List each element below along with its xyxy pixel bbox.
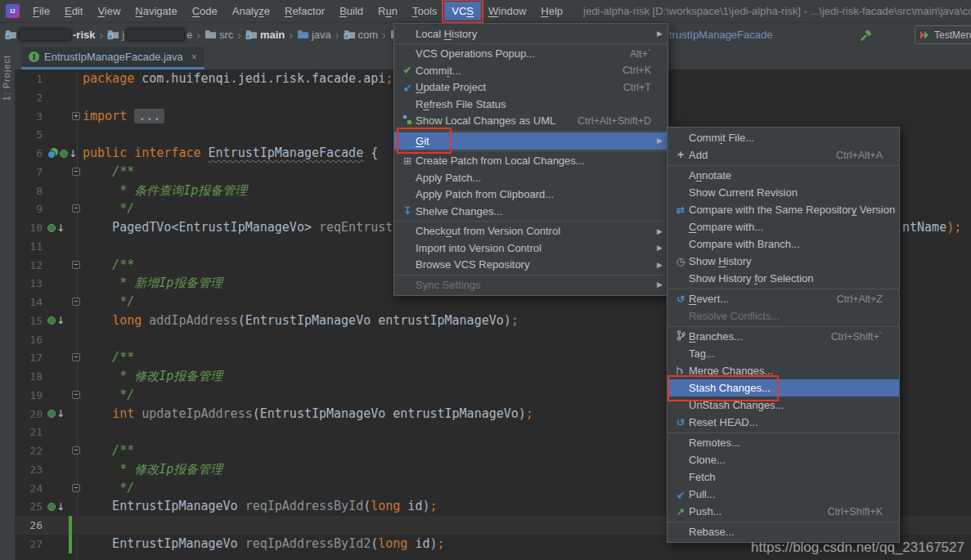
- menubar-item-file[interactable]: File: [25, 2, 57, 20]
- menu-item-pull[interactable]: ↙Pull...: [668, 486, 899, 503]
- menubar-item-help[interactable]: Help: [533, 2, 570, 20]
- override-marker-icon[interactable]: ↓: [47, 311, 65, 330]
- fold-marker-top[interactable]: −: [72, 168, 80, 176]
- menu-item-revert[interactable]: ↺Revert...Ctrl+Alt+Z: [668, 290, 899, 307]
- plus-icon: +: [672, 150, 689, 160]
- breadcrumb-item-java[interactable]: java: [297, 29, 331, 42]
- submenu-arrow-icon: ▶: [654, 280, 663, 289]
- menu-item-refresh-file-status[interactable]: Refresh File Status: [394, 96, 668, 113]
- menu-item-label: Revert...: [689, 293, 729, 305]
- menu-separator: [394, 43, 668, 44]
- tab-close-icon[interactable]: ×: [191, 52, 197, 63]
- menubar-item-refactor[interactable]: Refactor: [277, 2, 332, 20]
- chevron-right-icon: ›: [237, 29, 241, 42]
- menu-item-branches[interactable]: Branches...Ctrl+Shift+`: [668, 328, 899, 345]
- fold-marker-bot[interactable]: −: [72, 204, 80, 213]
- menu-item-compare-with-branch[interactable]: Compare with Branch...: [668, 235, 899, 253]
- breadcrumb-item-com[interactable]: com: [344, 29, 379, 42]
- menubar-item-analyze[interactable]: Analyze: [225, 2, 277, 20]
- menu-item-shelve-changes[interactable]: ↧Shelve Changes...: [394, 203, 668, 220]
- menu-item-remotes[interactable]: Remotes...: [668, 434, 899, 451]
- menu-item-push[interactable]: ↗Push...Ctrl+Shift+K: [668, 503, 899, 520]
- implemented-arrow-icon: ↓: [47, 224, 65, 232]
- line-number: 19: [15, 386, 43, 405]
- menu-item-reset-head[interactable]: ↺Reset HEAD...: [668, 414, 899, 431]
- breadcrumb-item-e[interactable]: je: [107, 29, 192, 42]
- menu-item-vcs-operations-popup[interactable]: VCS Operations Popup...Alt+`: [394, 46, 668, 63]
- menu-item-label: Merge Changes...: [689, 365, 773, 377]
- override-marker-icon[interactable]: ↓: [47, 218, 65, 237]
- override-marker-icon[interactable]: ↓: [47, 405, 65, 423]
- breadcrumb-item-src[interactable]: src: [205, 29, 233, 42]
- fold-marker-bot[interactable]: −: [72, 484, 80, 492]
- code-text: EntrustIpManageVo reqIpAddressById(long …: [83, 497, 438, 516]
- run-configuration-selector[interactable]: TestMerchan: [915, 25, 971, 44]
- menu-item-browse-vcs-repository[interactable]: Browse VCS Repository▶: [394, 257, 668, 274]
- breadcrumb-class-reference[interactable]: trustIpManageFacade: [669, 23, 772, 47]
- fold-marker-plus[interactable]: +: [72, 112, 80, 120]
- class-implemented-icon: [47, 148, 58, 159]
- build-hammer-icon[interactable]: [860, 29, 873, 45]
- vcs-dropdown-menu: Local History▶VCS Operations Popup...Alt…: [393, 23, 668, 296]
- submenu-arrow-icon: ▶: [654, 29, 663, 38]
- menu-item-commit[interactable]: ✔Commit...Ctrl+K: [394, 62, 668, 79]
- menu-item-update-project[interactable]: ↙Update ProjectCtrl+T: [394, 79, 668, 96]
- code-text: * 新增Ip报备管理: [83, 274, 223, 293]
- fold-marker-top[interactable]: −: [72, 261, 80, 269]
- breadcrumb: -risk›je›src›main›java›com›: [5, 23, 402, 47]
- override-marker-icon[interactable]: ↓: [47, 497, 65, 516]
- menu-item-import-into-version-control[interactable]: Import into Version Control▶: [394, 240, 668, 257]
- menubar-item-build[interactable]: Build: [332, 2, 371, 20]
- fold-marker-bot[interactable]: −: [72, 391, 80, 399]
- menubar-item-vcs[interactable]: VCS: [444, 2, 481, 20]
- menu-item-tag[interactable]: Tag...: [668, 345, 899, 362]
- menu-item-git[interactable]: Git▶: [394, 132, 668, 150]
- fold-marker-bot[interactable]: −: [72, 298, 80, 306]
- menu-item-local-history[interactable]: Local History▶: [394, 25, 668, 43]
- menu-item-merge-changes[interactable]: Merge Changes...: [668, 362, 899, 379]
- menu-item-commit-file[interactable]: Commit File...: [668, 129, 899, 146]
- breadcrumb-item-risk[interactable]: -risk: [5, 29, 95, 42]
- menu-item-clone[interactable]: Clone...: [668, 451, 899, 468]
- menubar-item-view[interactable]: View: [90, 2, 128, 20]
- menu-item-rebase[interactable]: Rebase...: [668, 523, 899, 540]
- menu-item-checkout-from-version-control[interactable]: Checkout from Version Control▶: [394, 223, 668, 240]
- menu-item-show-current-revision[interactable]: Show Current Revision: [668, 184, 899, 201]
- menu-item-compare-with-the-same-repository-version[interactable]: ⇄Compare with the Same Repository Versio…: [668, 201, 899, 218]
- code-text: EntrustIpManageVo reqIpAddressById2(long…: [83, 535, 445, 553]
- menu-item-create-patch-from-local-changes[interactable]: ⊞Create Patch from Local Changes...: [394, 153, 668, 170]
- menu-item-stash-changes[interactable]: Stash Changes...: [668, 379, 899, 396]
- menu-item-label: Commit File...: [689, 132, 754, 144]
- menubar-item-navigate[interactable]: Navigate: [128, 2, 184, 20]
- menu-separator: [394, 150, 668, 151]
- tab-filename: EntrustIpManageFacade.java: [44, 51, 183, 63]
- menu-item-fetch[interactable]: Fetch: [668, 468, 899, 486]
- menu-item-unstash-changes[interactable]: UnStash Changes...: [668, 396, 899, 414]
- class-gutter-icons[interactable]: ↓: [47, 144, 77, 163]
- project-tool-window-button[interactable]: 1: Project: [2, 55, 11, 101]
- menubar-item-code[interactable]: Code: [185, 2, 225, 20]
- push-arrow-icon: ↗: [672, 507, 689, 517]
- menubar-item-window[interactable]: Window: [481, 2, 533, 20]
- editor-tab-active[interactable]: I EntrustIpManageFacade.java ×: [21, 47, 205, 69]
- menubar-item-tools[interactable]: Tools: [405, 2, 444, 20]
- menu-item-show-local-changes-as-uml[interactable]: Show Local Changes as UMLCtrl+Alt+Shift+…: [394, 113, 668, 130]
- menu-item-annotate[interactable]: Annotate: [668, 167, 899, 184]
- menu-bar-items: FileEditViewNavigateCodeAnalyzeRefactorB…: [25, 0, 570, 22]
- menu-item-apply-patch-from-clipboard[interactable]: Apply Patch from Clipboard...: [394, 186, 668, 204]
- menu-item-show-history[interactable]: ◷Show History: [668, 253, 899, 270]
- line-number: 3: [15, 107, 43, 126]
- breadcrumb-item-main[interactable]: main: [245, 29, 285, 42]
- menu-bar: IJ FileEditViewNavigateCodeAnalyzeRefact…: [0, 0, 971, 23]
- menu-separator: [394, 221, 668, 222]
- menubar-item-run[interactable]: Run: [371, 2, 405, 20]
- code-text: */: [83, 293, 134, 311]
- menu-item-label: Show History: [689, 255, 752, 267]
- menu-item-compare-with[interactable]: Compare with...: [668, 218, 899, 235]
- menu-item-add[interactable]: +AddCtrl+Alt+A: [668, 146, 899, 164]
- menu-item-show-history-for-selection[interactable]: Show History for Selection: [668, 270, 899, 287]
- menu-item-apply-patch[interactable]: Apply Patch...: [394, 169, 668, 186]
- fold-marker-top[interactable]: −: [72, 446, 80, 455]
- menubar-item-edit[interactable]: Edit: [57, 2, 90, 20]
- fold-marker-top[interactable]: −: [72, 353, 80, 361]
